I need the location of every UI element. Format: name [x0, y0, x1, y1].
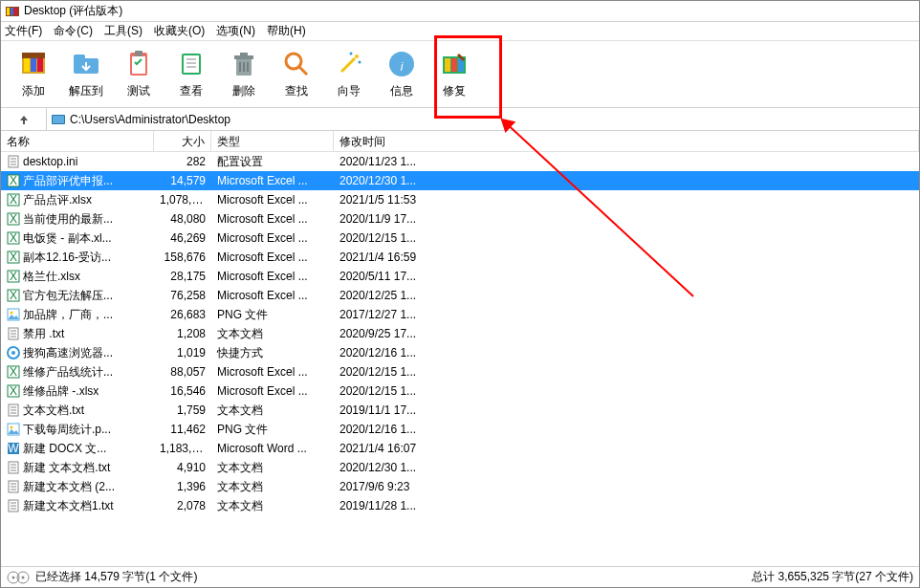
file-name: 新建文本文档1.txt: [23, 498, 114, 514]
svg-rect-2: [11, 8, 13, 15]
find-button[interactable]: 查找: [270, 44, 322, 105]
file-name-cell: 加品牌，厂商，...: [1, 305, 154, 325]
view-button[interactable]: 查看: [164, 44, 217, 105]
file-date: 2020/11/23 1...: [334, 153, 919, 170]
file-type: 文本文档: [211, 401, 334, 421]
app-icon: [5, 4, 20, 19]
view-label: 查看: [180, 83, 203, 99]
file-date: 2021/1/4 16:59: [334, 249, 919, 266]
file-name: 新建 DOCX 文...: [23, 441, 106, 457]
file-type: Microsoft Excel ...: [211, 268, 334, 285]
file-row[interactable]: 禁用 .txt1,208文本文档2020/9/25 17...: [1, 324, 919, 343]
col-date[interactable]: 修改时间: [334, 131, 919, 151]
menu-help[interactable]: 帮助(H): [267, 23, 306, 39]
file-date: 2020/12/30 1...: [334, 459, 919, 476]
delete-button[interactable]: 删除: [217, 44, 270, 105]
file-row[interactable]: X产品点评.xlsx1,078,959Microsoft Excel ...20…: [1, 190, 919, 209]
file-row[interactable]: 新建文本文档1.txt2,078文本文档2019/11/28 1...: [1, 496, 919, 515]
info-icon: i: [386, 49, 417, 79]
col-name[interactable]: 名称: [1, 131, 154, 151]
file-row[interactable]: X产品部评优申报...14,579Microsoft Excel ...2020…: [1, 171, 919, 190]
file-icon: [7, 308, 20, 321]
menu-favorite[interactable]: 收藏夹(O): [154, 23, 205, 39]
file-name-cell: X格兰仕.xlsx: [1, 267, 154, 287]
menu-option[interactable]: 选项(N): [216, 23, 255, 39]
address-bar: C:\Users\Administrator\Desktop: [1, 108, 919, 131]
toolbar: 添加 解压到 测试 查看 删除 查找 向导 i 信息 修复: [1, 41, 919, 108]
svg-rect-3: [14, 8, 17, 15]
file-size: 2,078: [154, 497, 211, 514]
book-icon: [176, 49, 207, 79]
svg-text:X: X: [10, 231, 17, 245]
title-bar: Desktop (评估版本): [1, 1, 919, 22]
file-name: 新建 文本文档.txt: [23, 460, 110, 476]
file-type: 文本文档: [211, 496, 334, 516]
test-label: 测试: [127, 83, 150, 99]
file-icon: X: [7, 231, 20, 245]
svg-rect-10: [74, 54, 85, 60]
col-size[interactable]: 大小: [154, 131, 211, 151]
file-row[interactable]: X电饭煲 - 副本.xl...46,269Microsoft Excel ...…: [1, 229, 919, 248]
svg-line-26: [299, 67, 307, 75]
wizard-button[interactable]: 向导: [322, 44, 375, 105]
file-icon: X: [7, 384, 20, 398]
file-name: 加品牌，厂商，...: [23, 307, 113, 323]
menu-file[interactable]: 文件(F): [5, 23, 42, 39]
file-list[interactable]: desktop.ini282配置设置2020/11/23 1...X产品部评优申…: [1, 152, 919, 566]
wizard-label: 向导: [338, 83, 361, 99]
file-row[interactable]: 新建文本文档 (2...1,396文本文档2017/9/6 9:23: [1, 477, 919, 496]
file-row[interactable]: desktop.ini282配置设置2020/11/23 1...: [1, 152, 919, 171]
file-type: Microsoft Excel ...: [211, 363, 334, 381]
up-button[interactable]: [1, 108, 47, 130]
window-title: Desktop (评估版本): [24, 3, 122, 19]
file-type: 文本文档: [211, 477, 334, 497]
file-icon: X: [7, 174, 20, 187]
file-icon: [7, 423, 20, 436]
file-row[interactable]: W新建 DOCX 文...1,183,677Microsoft Word ...…: [1, 439, 919, 458]
file-row[interactable]: X维修产品线统计...88,057Microsoft Excel ...2020…: [1, 362, 919, 381]
file-name-cell: 下载每周统计.p...: [1, 420, 154, 440]
svg-text:X: X: [10, 174, 17, 187]
folder-out-icon: [71, 49, 101, 79]
repair-icon: [439, 49, 470, 79]
file-name-cell: X当前使用的最新...: [1, 209, 154, 229]
archive-icon: [18, 49, 49, 79]
file-icon: X: [7, 365, 20, 379]
file-row[interactable]: X当前使用的最新...48,080Microsoft Excel ...2020…: [1, 209, 919, 229]
test-button[interactable]: 测试: [112, 44, 164, 105]
menu-tool[interactable]: 工具(S): [104, 23, 142, 39]
file-type: PNG 文件: [211, 305, 334, 325]
file-row[interactable]: X官方包无法解压...76,258Microsoft Excel ...2020…: [1, 286, 919, 305]
file-type: Microsoft Excel ...: [211, 249, 334, 266]
add-button[interactable]: 添加: [7, 44, 59, 105]
extract-label: 解压到: [69, 83, 103, 99]
file-date: 2020/12/15 1...: [334, 382, 919, 400]
file-row[interactable]: X格兰仕.xlsx28,175Microsoft Excel ...2020/5…: [1, 267, 919, 286]
file-row[interactable]: X副本12.16-受访...158,676Microsoft Excel ...…: [1, 248, 919, 267]
file-row[interactable]: 新建 文本文档.txt4,910文本文档2020/12/30 1...: [1, 458, 919, 477]
file-row[interactable]: 文本文档.txt1,759文本文档2019/11/1 17...: [1, 401, 919, 420]
file-row[interactable]: 搜狗高速浏览器...1,019快捷方式2020/12/16 1...: [1, 343, 919, 362]
col-type[interactable]: 类型: [211, 131, 334, 151]
file-date: 2020/12/30 1...: [334, 172, 919, 189]
file-date: 2020/12/16 1...: [334, 421, 919, 438]
file-name-cell: X产品部评优申报...: [1, 171, 154, 191]
address-field[interactable]: C:\Users\Administrator\Desktop: [47, 108, 919, 130]
menu-command[interactable]: 命令(C): [54, 23, 93, 39]
file-type: Microsoft Excel ...: [211, 229, 334, 247]
extract-button[interactable]: 解压到: [59, 44, 112, 105]
svg-rect-38: [53, 116, 64, 123]
file-row[interactable]: 下载每周统计.p...11,462PNG 文件2020/12/16 1...: [1, 420, 919, 439]
info-button[interactable]: i 信息: [375, 44, 427, 105]
file-date: 2020/5/11 17...: [334, 268, 919, 285]
trash-icon: [229, 49, 259, 79]
file-row[interactable]: X维修品牌 -.xlsx16,546Microsoft Excel ...202…: [1, 381, 919, 401]
file-name-cell: X维修品牌 -.xlsx: [1, 381, 154, 402]
file-row[interactable]: 加品牌，厂商，...26,683PNG 文件2017/12/27 1...: [1, 305, 919, 324]
file-name-cell: desktop.ini: [1, 153, 154, 170]
file-icon: [7, 346, 20, 359]
svg-rect-34: [445, 58, 450, 72]
svg-point-64: [11, 351, 15, 355]
svg-rect-1: [7, 8, 10, 15]
repair-button[interactable]: 修复: [427, 44, 480, 105]
